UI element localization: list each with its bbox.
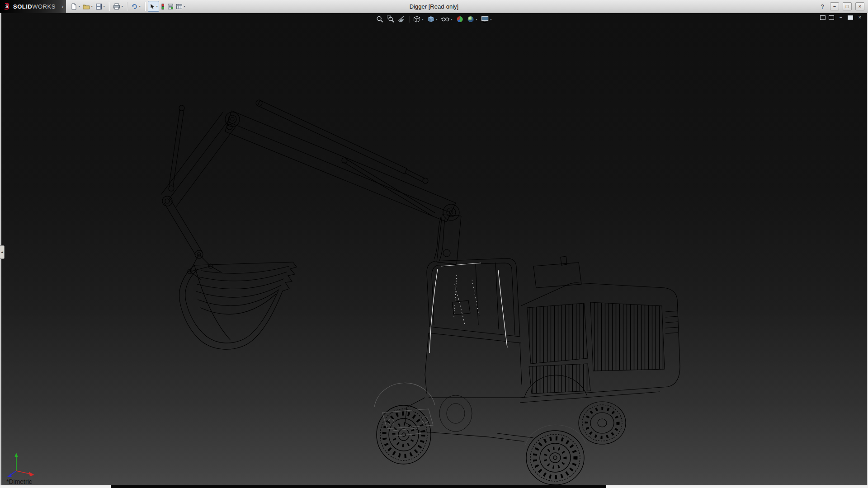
color-swatch-icon	[160, 3, 165, 10]
edit-appearance-button[interactable]	[455, 14, 464, 24]
graphics-area[interactable]: ▼ ▼ ▼	[0, 13, 868, 485]
apply-scene-button[interactable]: ▼	[466, 14, 478, 24]
brand-text: SOLIDWORKS	[13, 2, 56, 10]
new-document-button[interactable]: ▼	[70, 1, 81, 12]
taskbar-segment-middle	[111, 485, 606, 488]
rebuild-button[interactable]	[166, 1, 175, 12]
view-orientation-button[interactable]: ▼	[412, 14, 425, 24]
appearance-sphere-icon	[456, 15, 463, 23]
excavator-wireframe-model	[0, 13, 868, 485]
document-minimize-button[interactable]: −	[837, 14, 844, 21]
titlebar-controls: ? − □ ×	[818, 2, 868, 10]
color-swatch-button[interactable]	[160, 1, 166, 12]
tile-windows-icon[interactable]	[820, 15, 826, 20]
toolbar-separator	[409, 16, 410, 23]
solidworks-logo: S SOLIDWORKS	[0, 0, 59, 13]
document-window-controls: − ×	[820, 14, 863, 21]
minimize-button[interactable]: −	[830, 2, 839, 10]
scene-sphere-icon	[467, 15, 474, 23]
chevron-down-icon[interactable]: ▼	[422, 18, 424, 21]
zoom-to-fit-icon	[376, 15, 384, 23]
toolbar-separator	[127, 2, 127, 11]
options-sheet-icon	[176, 3, 183, 10]
document-close-button[interactable]: ×	[856, 14, 863, 21]
print-icon	[113, 3, 120, 10]
save-button[interactable]: ▼	[94, 1, 106, 12]
close-button[interactable]: ×	[855, 2, 864, 10]
new-document-icon	[71, 3, 77, 10]
reference-triad	[3, 451, 39, 480]
view-orientation-cube-icon	[413, 15, 421, 23]
taskbar-segment-right	[606, 485, 868, 488]
solidworks-window: S SOLIDWORKS › ▼ ▼	[0, 0, 868, 488]
chevron-down-icon[interactable]: ▼	[156, 5, 158, 8]
restore-button[interactable]: □	[843, 2, 852, 10]
chevron-down-icon[interactable]: ▼	[139, 5, 141, 8]
display-style-button[interactable]: ▼	[426, 14, 439, 24]
chevron-down-icon[interactable]: ▼	[475, 18, 477, 21]
zoom-to-fit-button[interactable]	[375, 14, 385, 24]
zoom-to-area-icon	[387, 15, 395, 23]
chevron-down-icon[interactable]: ▼	[103, 5, 105, 8]
chevron-down-icon[interactable]: ▼	[121, 5, 123, 8]
save-floppy-icon	[95, 3, 102, 10]
chevron-down-icon[interactable]: ▼	[451, 18, 453, 21]
undo-arrow-icon	[131, 3, 138, 10]
section-view-button[interactable]	[397, 14, 406, 24]
svg-text:S: S	[5, 4, 9, 9]
document-restore-button[interactable]	[848, 15, 853, 20]
view-settings-button[interactable]: ▼	[480, 14, 493, 24]
chevron-down-icon[interactable]: ▼	[91, 5, 93, 8]
select-cursor-icon	[149, 3, 155, 10]
options-button[interactable]: ▼	[175, 1, 187, 12]
print-button[interactable]: ▼	[112, 1, 124, 12]
section-view-icon	[398, 15, 406, 23]
chevron-down-icon[interactable]: ▼	[490, 18, 492, 21]
headsup-view-toolbar: ▼ ▼ ▼	[375, 14, 493, 24]
taskbar-segment-left	[0, 485, 111, 488]
zoom-to-area-button[interactable]	[386, 14, 396, 24]
chevron-down-icon[interactable]: ▼	[184, 5, 186, 8]
view-orientation-label: *Dimetric	[6, 478, 32, 485]
toolbar-separator	[145, 2, 145, 11]
titlebar: S SOLIDWORKS › ▼ ▼	[0, 0, 868, 13]
dassault-logo-icon: S	[3, 2, 11, 10]
select-button[interactable]: ▼	[148, 1, 159, 12]
cascade-windows-icon[interactable]	[829, 15, 834, 20]
chevron-down-icon[interactable]: ▼	[436, 18, 438, 21]
main-toolbar: ▼ ▼ ▼	[70, 1, 187, 12]
open-button[interactable]: ▼	[82, 1, 94, 12]
chevron-down-icon[interactable]: ▼	[78, 5, 80, 8]
glasses-icon	[441, 15, 450, 23]
undo-button[interactable]: ▼	[130, 1, 142, 12]
hide-show-items-button[interactable]: ▼	[440, 14, 454, 24]
toolbar-separator	[109, 2, 109, 11]
bottom-strip	[0, 485, 868, 488]
rebuild-icon	[167, 3, 174, 10]
featuremanager-collapse-tab[interactable]: ◀	[0, 245, 5, 259]
display-style-cube-icon	[427, 15, 435, 23]
view-settings-monitor-icon	[481, 15, 489, 23]
help-icon[interactable]: ?	[818, 3, 826, 10]
menu-expand-arrow-icon[interactable]: ›	[59, 0, 66, 13]
open-folder-icon	[83, 3, 90, 10]
